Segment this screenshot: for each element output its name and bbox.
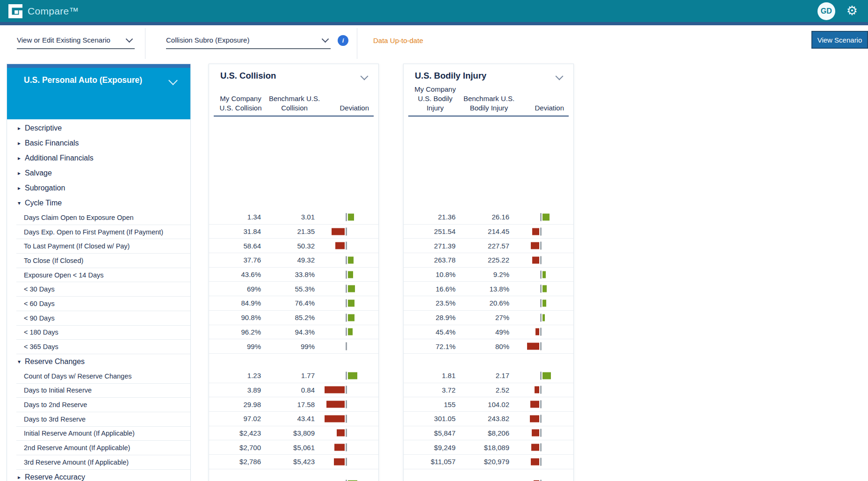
benchmark-value: 94.3% xyxy=(268,328,321,336)
sidebar-item[interactable]: < 60 Days xyxy=(16,297,190,311)
sidebar-item[interactable]: Count of Days w/ Reserve Changes xyxy=(16,369,190,384)
sidebar-item[interactable]: ▸ Subrogation xyxy=(7,181,190,196)
scenario-toolbar: View or Edit Existing Scenario Collision… xyxy=(0,25,868,63)
cycle-time-rows: 21.36 26.16 251.54 214.45 271.39 227.57 … xyxy=(404,210,573,354)
gear-icon[interactable]: ⚙ xyxy=(846,5,858,17)
user-avatar[interactable]: GD xyxy=(817,2,835,20)
sidebar-item[interactable]: To Close (If Closed) xyxy=(16,254,190,268)
my-company-value: $2,700 xyxy=(214,444,268,452)
sidebar-item-label: 2nd Reserve Amount (If Applicable) xyxy=(24,444,130,452)
sidebar-item[interactable]: ▾ Cycle Time xyxy=(7,196,190,211)
sidebar-item[interactable]: < 30 Days xyxy=(16,282,190,297)
deviation-cell xyxy=(516,311,569,325)
table-row: 28.9% 27% xyxy=(404,311,573,325)
deviation-cell xyxy=(516,225,569,239)
sidebar-item[interactable]: Exposure Open < 14 Days xyxy=(16,268,190,283)
table-row: 45.4% 49% xyxy=(404,325,573,340)
caret-icon: ▸ xyxy=(16,125,22,131)
table-row: $2,423 $3,809 xyxy=(209,426,378,441)
table-row-partial xyxy=(209,477,378,481)
deviation-cell xyxy=(321,477,374,481)
deviation-cell xyxy=(516,253,569,267)
sidebar-item[interactable]: ▸ Descriptive xyxy=(7,121,190,136)
deviation-bar xyxy=(335,242,345,249)
panel-us-bodily-injury: U.S. Bodily Injury My Company U.S. Bodil… xyxy=(403,64,574,481)
sidebar-title: U.S. Personal Auto (Exposure) xyxy=(24,75,142,85)
chevron-down-icon[interactable] xyxy=(556,73,564,80)
table-row: 69% 55.3% xyxy=(209,282,378,296)
table-row: $5,847 $8,206 xyxy=(404,426,573,441)
my-company-value: 23.5% xyxy=(408,299,462,307)
chevron-down-icon[interactable] xyxy=(361,73,369,80)
sidebar-item[interactable]: Days Claim Open to Exposure Open xyxy=(16,211,190,225)
sidebar-item[interactable]: < 365 Days xyxy=(16,340,190,354)
deviation-bar xyxy=(332,228,345,235)
view-scenario-button[interactable]: View Scenario xyxy=(811,31,868,49)
sidebar-item-label: Basic Financials xyxy=(25,139,79,147)
table-row: 37.76 49.32 xyxy=(209,253,378,268)
my-company-value: 72.1% xyxy=(408,343,462,350)
group-spacer xyxy=(209,469,378,477)
sidebar-item-label: Descriptive xyxy=(25,124,62,132)
sidebar-item[interactable]: ▸ Salvage xyxy=(7,166,190,181)
table-row: 96.2% 94.3% xyxy=(209,325,378,340)
sidebar-item[interactable]: 3rd Reserve Amount (If Applicable) xyxy=(16,455,190,470)
benchmark-value: 2.17 xyxy=(462,372,516,379)
sidebar-item-label: Cycle Time xyxy=(25,199,62,207)
sidebar-item[interactable]: 2nd Reserve Amount (If Applicable) xyxy=(16,441,190,455)
benchmark-value: $8,206 xyxy=(462,429,516,437)
deviation-bar xyxy=(325,415,345,422)
table-row: 155 104.02 xyxy=(404,397,573,412)
table-row: $2,700 $5,061 xyxy=(209,440,378,455)
table-row: 301.05 243.82 xyxy=(404,412,573,426)
info-icon[interactable]: i xyxy=(338,35,348,46)
sidebar-item[interactable]: Days to 3rd Reserve xyxy=(16,412,190,427)
sidebar-item[interactable]: < 90 Days xyxy=(16,311,190,326)
sidebar-item[interactable]: ▸ Additional Financials xyxy=(7,151,190,166)
scenario-name-dropdown[interactable]: Collision Subro (Exposure) xyxy=(166,31,331,49)
sidebar-item[interactable]: Days to 2nd Reserve xyxy=(16,398,190,412)
table-row: 23.5% 20.6% xyxy=(404,296,573,311)
column-header-my-company: My Company U.S. Bodily Injury xyxy=(408,85,462,113)
sidebar-item-label: < 60 Days xyxy=(24,300,55,307)
app-title: Compare™ xyxy=(28,6,79,17)
benchmark-value: 49.32 xyxy=(268,256,321,264)
table-row: 1.34 3.01 xyxy=(209,210,378,225)
compare-logo-icon xyxy=(8,4,22,18)
toolbar-divider xyxy=(357,28,357,59)
benchmark-value: 225.22 xyxy=(462,256,516,264)
sidebar-item[interactable]: Days Exp. Open to First Payment (If Paym… xyxy=(16,225,190,240)
sidebar-item[interactable]: ▾ Reserve Changes xyxy=(7,354,190,369)
deviation-cell xyxy=(516,296,569,310)
deviation-bar xyxy=(542,299,546,306)
chevron-down-icon xyxy=(168,76,178,85)
deviation-cell xyxy=(321,325,374,339)
group-spacer xyxy=(404,354,573,369)
sidebar-item-label: Subrogation xyxy=(25,184,65,192)
panel-us-collision: U.S. Collision My Company U.S. Collision… xyxy=(209,64,379,481)
scenario-mode-dropdown[interactable]: View or Edit Existing Scenario xyxy=(17,31,135,49)
deviation-cell xyxy=(321,383,374,397)
top-app-bar: Compare™ GD ⚙ xyxy=(0,0,868,25)
sidebar-item[interactable]: < 180 Days xyxy=(16,326,190,340)
sidebar-item[interactable]: ▸ Reserve Accuracy xyxy=(7,470,190,481)
sidebar-header-personal-auto[interactable]: U.S. Personal Auto (Exposure) xyxy=(7,64,190,119)
table-row: 99% 99% xyxy=(209,339,378,354)
sidebar-item-label: Additional Financials xyxy=(25,154,94,162)
deviation-cell xyxy=(516,440,569,454)
deviation-cell xyxy=(321,225,374,239)
sidebar-item[interactable]: ▸ Basic Financials xyxy=(7,136,190,151)
benchmark-value: 50.32 xyxy=(268,242,321,250)
sidebar-item[interactable]: Initial Reserve Amount (If Applicable) xyxy=(16,427,190,441)
table-row: 1.81 2.17 xyxy=(404,369,573,383)
benchmark-value: $3,809 xyxy=(268,429,321,437)
scenario-mode-label: View or Edit Existing Scenario xyxy=(17,36,110,44)
deviation-bar xyxy=(542,285,547,292)
deviation-cell xyxy=(516,412,569,426)
my-company-value: 301.05 xyxy=(408,415,462,423)
sidebar-item-label: Days Claim Open to Exposure Open xyxy=(24,214,134,221)
group-spacer xyxy=(404,469,573,477)
sidebar-item[interactable]: To Last Payment (If Closed w/ Pay) xyxy=(16,239,190,254)
column-header-benchmark: Benchmark U.S. Collision xyxy=(268,94,321,113)
sidebar-item[interactable]: Days to Initial Reserve xyxy=(16,384,190,398)
